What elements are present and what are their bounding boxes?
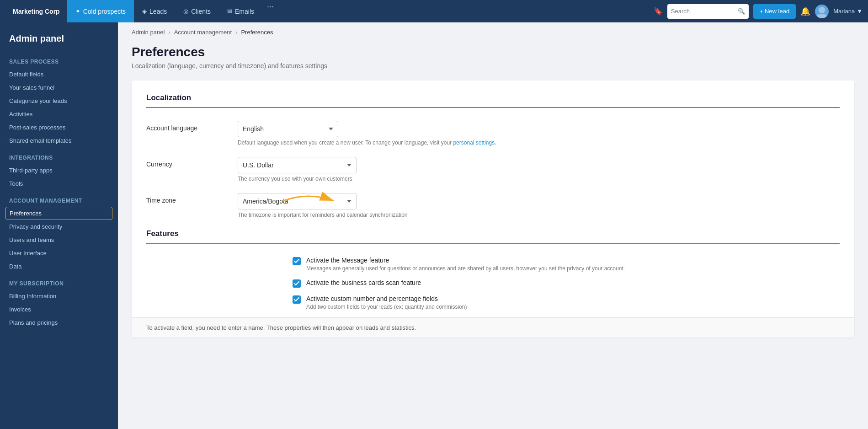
business-cards-checkbox[interactable] (293, 279, 301, 288)
sidebar-item-post-sales[interactable]: Post-sales processes (0, 121, 118, 134)
sidebar-item-sales-funnel[interactable]: Your sales funnel (0, 81, 118, 94)
new-lead-button[interactable]: + New lead (753, 4, 796, 19)
search-input[interactable] (671, 8, 735, 15)
page-layout: Admin panel Sales Process Default fields… (0, 22, 868, 429)
preferences-card: Localization Account language English Sp… (132, 80, 854, 338)
account-language-hint: Default language used when you create a … (238, 139, 840, 146)
tab-emails-label: Emails (235, 8, 254, 15)
breadcrumb-admin-panel[interactable]: Admin panel (132, 29, 165, 36)
custom-fields-label: Activate custom number and percentage fi… (306, 295, 467, 302)
currency-hint: The currency you use with your own custo… (238, 176, 840, 182)
localization-section-title: Localization (146, 93, 840, 102)
breadcrumb: Admin panel › Account management › Prefe… (118, 22, 868, 40)
feature-row-message: Activate the Message feature Messages ar… (293, 257, 840, 272)
bottom-note: To activate a field, you need to enter a… (132, 317, 854, 338)
page-content: Preferences Localization (language, curr… (118, 40, 868, 351)
sidebar-item-invoices[interactable]: Invoices (0, 303, 118, 316)
currency-label: Currency (146, 157, 238, 168)
tab-cold-prospects[interactable]: ✦ Cold prospects (67, 0, 134, 22)
nav-tabs: ✦ Cold prospects ◈ Leads ◎ Clients ✉ Ema… (67, 0, 278, 22)
sidebar-title: Admin panel (0, 22, 118, 51)
tab-clients[interactable]: ◎ Clients (175, 0, 219, 22)
tab-leads[interactable]: ◈ Leads (134, 0, 175, 22)
user-dropdown-icon: ▼ (857, 8, 863, 15)
breadcrumb-preferences: Preferences (241, 29, 273, 36)
currency-control: U.S. Dollar Euro British Pound Colombian… (238, 157, 840, 182)
sidebar-section-subscription: My Subscription (0, 273, 118, 290)
currency-select[interactable]: U.S. Dollar Euro British Pound Colombian… (238, 157, 357, 173)
account-language-row: Account language English Spanish French … (146, 121, 840, 146)
breadcrumb-sep-1: › (165, 29, 174, 36)
emails-icon: ✉ (227, 8, 232, 15)
breadcrumb-sep-2: › (232, 29, 241, 36)
message-feature-checkbox[interactable] (293, 257, 301, 265)
timezone-hint: The timezone is important for reminders … (238, 212, 840, 218)
avatar[interactable] (815, 5, 829, 18)
bookmark-icon[interactable]: 🔖 (654, 7, 663, 16)
user-name: Mariana (833, 8, 855, 15)
tab-cold-prospects-label: Cold prospects (83, 8, 126, 15)
sidebar-section-integrations: Integrations (0, 147, 118, 164)
sidebar-item-shared-email[interactable]: Shared email templates (0, 134, 118, 147)
sidebar-item-activities[interactable]: Activities (0, 107, 118, 121)
sidebar-section-sales-process: Sales Process (0, 51, 118, 68)
custom-fields-checkbox[interactable] (293, 295, 301, 304)
custom-fields-description: Add two custom fields to your leads (ex:… (306, 304, 467, 310)
svg-point-1 (816, 14, 827, 18)
feature-row-business-cards: Activate the business cards scan feature (293, 279, 840, 288)
timezone-control: America/Bogota America/New_York America/… (238, 193, 840, 218)
message-feature-text: Activate the Message feature Messages ar… (306, 257, 625, 272)
notifications-bell-icon[interactable]: 🔔 (800, 6, 810, 16)
account-language-control: English Spanish French Portuguese Defaul… (238, 121, 840, 146)
nav-right: 🔖 🔍 + New lead 🔔 Mariana ▼ (654, 4, 863, 19)
brand-logo: Marketing Corp (5, 8, 67, 15)
features-divider (146, 243, 840, 244)
sidebar-item-privacy[interactable]: Privacy and security (0, 220, 118, 233)
more-tabs-button[interactable]: ... (262, 0, 278, 22)
message-feature-label: Activate the Message feature (306, 257, 625, 264)
top-navigation: Marketing Corp ✦ Cold prospects ◈ Leads … (0, 0, 868, 22)
account-language-select[interactable]: English Spanish French Portuguese (238, 121, 338, 137)
sidebar-item-preferences[interactable]: Preferences (5, 207, 112, 220)
user-menu[interactable]: Mariana ▼ (833, 8, 863, 15)
tab-emails[interactable]: ✉ Emails (219, 0, 262, 22)
sidebar-item-categorize-leads[interactable]: Categorize your leads (0, 94, 118, 107)
leads-icon: ◈ (142, 8, 147, 15)
account-language-label: Account language (146, 121, 238, 132)
svg-point-0 (819, 7, 825, 13)
custom-fields-text: Activate custom number and percentage fi… (306, 295, 467, 310)
sidebar-item-third-party[interactable]: Third-party apps (0, 164, 118, 177)
personal-settings-link[interactable]: personal settings. (453, 139, 496, 146)
sidebar: Admin panel Sales Process Default fields… (0, 22, 118, 429)
breadcrumb-account-management[interactable]: Account management (174, 29, 232, 36)
timezone-row: Time zone America/Bogota America/New_Yor… (146, 193, 840, 218)
page-subtitle: Localization (language, currency and tim… (132, 62, 854, 70)
timezone-select[interactable]: America/Bogota America/New_York America/… (238, 193, 357, 209)
search-icon: 🔍 (738, 8, 745, 15)
localization-divider (146, 107, 840, 108)
features-section-title: Features (146, 229, 840, 238)
search-box: 🔍 (667, 4, 749, 19)
sidebar-item-plans[interactable]: Plans and pricings (0, 316, 118, 329)
sidebar-item-default-fields[interactable]: Default fields (0, 68, 118, 81)
tab-leads-label: Leads (149, 8, 167, 15)
main-content: Admin panel › Account management › Prefe… (118, 22, 868, 429)
cold-prospects-icon: ✦ (75, 8, 80, 15)
currency-row: Currency U.S. Dollar Euro British Pound … (146, 157, 840, 182)
sidebar-item-users-teams[interactable]: Users and teams (0, 233, 118, 247)
feature-row-custom-fields: Activate custom number and percentage fi… (293, 295, 840, 310)
sidebar-item-billing[interactable]: Billing Information (0, 290, 118, 303)
timezone-label: Time zone (146, 193, 238, 204)
sidebar-item-tools[interactable]: Tools (0, 177, 118, 190)
tab-clients-label: Clients (191, 8, 211, 15)
sidebar-section-account: Account management (0, 190, 118, 207)
message-feature-description: Messages are generally used for question… (306, 265, 625, 272)
sidebar-item-data[interactable]: Data (0, 260, 118, 273)
business-cards-text: Activate the business cards scan feature (306, 279, 421, 286)
clients-icon: ◎ (183, 8, 188, 15)
features-list: Activate the Message feature Messages ar… (146, 257, 840, 310)
sidebar-item-user-interface[interactable]: User Interface (0, 247, 118, 260)
page-title: Preferences (132, 45, 854, 59)
business-cards-label: Activate the business cards scan feature (306, 279, 421, 286)
